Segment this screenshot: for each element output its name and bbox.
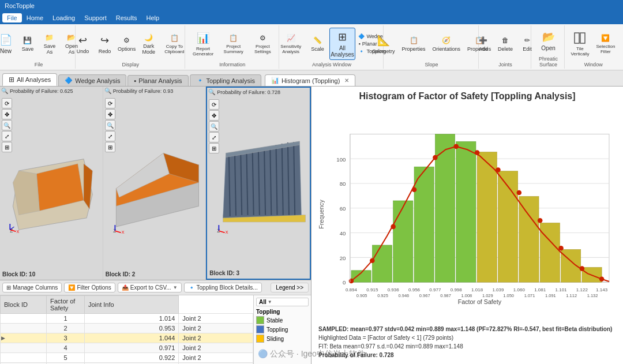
svg-marker-4 (84, 164, 92, 209)
copy-clipboard-button[interactable]: 📋 Copy To Clipboard (160, 32, 189, 56)
chart-title: Histogram of Factor of Safety [Toppling … (316, 91, 618, 102)
svg-text:0.956: 0.956 (408, 287, 421, 292)
svg-text:0.936: 0.936 (388, 287, 400, 292)
svg-rect-58 (477, 152, 497, 282)
view-panel-3[interactable]: 🔍 Probability of Failure: 0.728 ⟳ ✥ 🔍 ⤢ … (206, 87, 311, 280)
scale-button[interactable]: 📏 Scale (307, 34, 328, 54)
geometry-button[interactable]: 📐 Geometry (369, 32, 398, 56)
legend-toppling: Toppling (256, 325, 309, 333)
probability-1: Probability of Failure: 0.625 (10, 88, 73, 94)
delete-joint-icon: 🗑 (501, 36, 510, 45)
geometry-icon: 📐 (377, 33, 391, 47)
menu-support[interactable]: Support (80, 13, 111, 22)
report-icon: 📊 (196, 31, 210, 45)
table-row[interactable]: ▶31.044Joint 2 (1, 333, 253, 343)
menu-results[interactable]: Results (111, 13, 142, 22)
svg-point-71 (496, 167, 501, 172)
tab-histogram[interactable]: 📊 Histogram (Toppling) ✕ (265, 74, 355, 86)
manage-columns-button[interactable]: ⊞ Manage Columns (2, 283, 62, 292)
all-analyses-button[interactable]: ⊞ All Analyses (329, 28, 356, 60)
toppling-color (256, 325, 264, 333)
svg-point-75 (580, 266, 585, 271)
legend-stable: Stable (256, 316, 309, 324)
tab-wedge-analysis[interactable]: 🔷 Wedge Analysis (58, 74, 126, 86)
planar-tab-label: Planar Analysis (138, 77, 182, 84)
view-panel-2[interactable]: 🔍 Probability of Failure: 0.93 ⟳ ✥ 🔍 ⤢ ⊞ (103, 87, 207, 280)
wedge-tab-label: Wedge Analysis (75, 77, 120, 84)
col-header-fos: Factor of Safety (47, 296, 85, 314)
table-wrapper: Block ID Factor of Safety Joint Info (0, 295, 253, 364)
svg-rect-57 (456, 141, 476, 282)
information-group-label: Information (219, 61, 245, 67)
save-button[interactable]: 💾 Save (17, 34, 38, 54)
report-generator-button[interactable]: 📊 Report Generator (189, 29, 218, 58)
selection-filter-icon: 🔽 (601, 33, 610, 43)
menu-file[interactable]: File (2, 13, 22, 22)
new-icon: 📄 (0, 33, 13, 47)
view-panel-1[interactable]: 🔍 Probability of Failure: 0.625 ⟳ ✥ 🔍 ⤢ … (0, 87, 103, 280)
orientations-button[interactable]: 🧭 Orientations (430, 34, 464, 54)
table-row[interactable]: 11.014Joint 2 (1, 314, 253, 324)
menu-help[interactable]: Help (141, 13, 164, 22)
tab-all-analyses[interactable]: ⊞ All Analyses (2, 73, 57, 86)
legend-button[interactable]: Legend >> (271, 283, 309, 292)
view-canvas-1: Z X (1, 95, 102, 270)
toppling-details-button[interactable]: 🔹 Toppling Block Details... (184, 283, 262, 292)
filter-dropdown[interactable]: All ▼ (256, 298, 309, 306)
histogram-close-icon[interactable]: ✕ (344, 77, 349, 84)
undo-button[interactable]: ↩ Undo (73, 32, 93, 56)
view-header-2: 🔍 Probability of Failure: 0.93 (104, 88, 205, 94)
add-joint-icon: ➕ (479, 36, 488, 45)
tile-vertically-button[interactable]: Tile Vertically (568, 29, 591, 58)
svg-text:0.915: 0.915 (366, 287, 378, 292)
search-icon-3: 🔍 (208, 89, 215, 95)
new-button[interactable]: 📄 New (0, 31, 16, 56)
save-as-button[interactable]: 📁 Save As (39, 31, 60, 57)
menu-home[interactable]: Home (22, 13, 48, 22)
add-joint-button[interactable]: ➕ Add (473, 34, 494, 54)
display-group-label: Display (122, 61, 140, 67)
save-icon: 💾 (23, 36, 32, 45)
ribbon-phreatic-buttons: 📂 Open (538, 27, 559, 55)
sensitivity-button[interactable]: 📈 Sensitivity Analysis (276, 32, 306, 56)
table-row[interactable]: 20.953Joint 2 (1, 324, 253, 333)
ribbon-file-buttons: 📄 New 💾 Save 📁 Save As 📂 Open As (0, 27, 82, 61)
toppling-tab-icon: 🔹 (196, 77, 204, 84)
svg-point-74 (558, 246, 564, 251)
histogram-chart: 0 20 40 60 80 100 Frequency (316, 106, 618, 322)
svg-text:1.039: 1.039 (492, 287, 504, 292)
menu-loading[interactable]: Loading (48, 13, 80, 22)
legend-section-title: Toppling (256, 309, 309, 315)
view-footer-1: Block ID: 10 (1, 270, 102, 279)
wedge-icon: 🔷 (358, 33, 365, 39)
col-header-joint: Joint Info (85, 296, 179, 314)
copy-icon: 📋 (170, 33, 179, 43)
delete-joint-button[interactable]: 🗑 Delete (495, 34, 516, 54)
tab-toppling-analysis[interactable]: 🔹 Toppling Analysis (190, 74, 261, 86)
properties-button[interactable]: 📋 Properties (399, 34, 429, 54)
svg-point-68 (433, 155, 438, 160)
dark-mode-button[interactable]: 🌙 Dark Mode (138, 31, 159, 57)
project-summary-button[interactable]: 📋 Project Summary (219, 32, 248, 56)
export-csv-button[interactable]: 📤 Export to CSV... ▼ (118, 283, 182, 292)
project-settings-button[interactable]: ⚙ Project Settings (249, 32, 276, 56)
ribbon-group-joints: ➕ Add 🗑 Delete ✏ Edit Joints (480, 25, 531, 69)
filter-icon: 🔽 (68, 284, 75, 291)
sensitivity-icon: 📈 (286, 33, 295, 43)
ribbon-window-buttons: Tile Vertically 🔽 Selection Filter (568, 27, 618, 61)
redo-button[interactable]: ↪ Redo (95, 32, 115, 56)
svg-text:1.143: 1.143 (596, 287, 608, 292)
table-row[interactable]: 40.971Joint 2 (1, 343, 253, 353)
open-phreatic-button[interactable]: 📂 Open (538, 28, 559, 53)
tab-planar-analysis[interactable]: ▪ Planar Analysis (127, 75, 188, 86)
summary-icon: 📋 (229, 33, 238, 43)
watermark: 🔵 公众号 · Igeo中仿岩土软件 (258, 349, 365, 359)
ribbon-group-information: 📊 Report Generator 📋 Project Summary ⚙ P… (186, 25, 279, 69)
options-button[interactable]: ⚙ Options (117, 34, 137, 54)
selection-filter-button[interactable]: 🔽 Selection Filter (593, 32, 618, 56)
view-header-1: 🔍 Probability of Failure: 0.625 (1, 88, 102, 94)
view-canvas-2: Z X (104, 95, 205, 270)
filter-options-button[interactable]: 🔽 Filter Options (64, 283, 115, 292)
table-row[interactable]: 50.922Joint 2 (1, 353, 253, 363)
table-toolbar: ⊞ Manage Columns 🔽 Filter Options 📤 Expo… (0, 280, 311, 295)
